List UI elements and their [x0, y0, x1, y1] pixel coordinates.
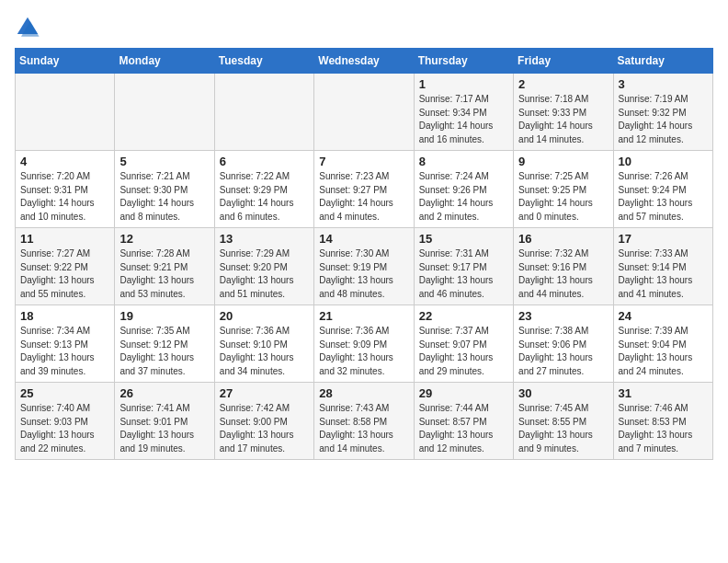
day-info: Sunrise: 7:25 AM Sunset: 9:25 PM Dayligh…: [518, 170, 608, 224]
day-number: 26: [119, 386, 209, 400]
day-info: Sunrise: 7:42 AM Sunset: 9:00 PM Dayligh…: [220, 402, 309, 455]
calendar-day-cell: 2Sunrise: 7:18 AM Sunset: 9:33 PM Daylig…: [514, 74, 613, 151]
day-number: 2: [518, 77, 608, 91]
day-number: 9: [518, 155, 608, 168]
logo-icon: [15, 15, 40, 40]
weekday-header-cell: Wednesday: [314, 49, 414, 74]
calendar-day-cell: 26Sunrise: 7:41 AM Sunset: 9:01 PM Dayli…: [115, 383, 214, 460]
day-info: Sunrise: 7:36 AM Sunset: 9:09 PM Dayligh…: [319, 325, 408, 378]
calendar-body: 1Sunrise: 7:17 AM Sunset: 9:34 PM Daylig…: [16, 74, 713, 460]
day-info: Sunrise: 7:32 AM Sunset: 9:16 PM Dayligh…: [518, 247, 608, 301]
day-info: Sunrise: 7:19 AM Sunset: 9:32 PM Dayligh…: [619, 93, 708, 146]
day-info: Sunrise: 7:17 AM Sunset: 9:34 PM Dayligh…: [419, 93, 508, 146]
day-info: Sunrise: 7:22 AM Sunset: 9:29 PM Dayligh…: [220, 170, 309, 224]
calendar-day-cell: 3Sunrise: 7:19 AM Sunset: 9:32 PM Daylig…: [613, 74, 712, 151]
day-number: 6: [220, 155, 309, 168]
day-info: Sunrise: 7:31 AM Sunset: 9:17 PM Dayligh…: [419, 247, 508, 301]
calendar-day-cell: 14Sunrise: 7:30 AM Sunset: 9:19 PM Dayli…: [314, 228, 414, 305]
calendar-day-cell: [115, 74, 214, 151]
day-number: 18: [20, 309, 109, 323]
calendar-day-cell: 29Sunrise: 7:44 AM Sunset: 8:57 PM Dayli…: [414, 383, 513, 460]
calendar-day-cell: 19Sunrise: 7:35 AM Sunset: 9:12 PM Dayli…: [115, 305, 214, 383]
day-number: 1: [419, 77, 508, 91]
calendar-day-cell: 7Sunrise: 7:23 AM Sunset: 9:27 PM Daylig…: [314, 151, 414, 228]
day-number: 15: [419, 232, 508, 246]
calendar-day-cell: 31Sunrise: 7:46 AM Sunset: 8:53 PM Dayli…: [613, 383, 712, 460]
calendar-day-cell: 23Sunrise: 7:38 AM Sunset: 9:06 PM Dayli…: [514, 305, 613, 383]
day-number: 14: [319, 232, 408, 246]
day-number: 16: [518, 232, 608, 246]
calendar-day-cell: 15Sunrise: 7:31 AM Sunset: 9:17 PM Dayli…: [414, 228, 513, 305]
calendar-table: SundayMondayTuesdayWednesdayThursdayFrid…: [15, 48, 713, 460]
day-number: 8: [419, 155, 508, 168]
calendar-day-cell: 9Sunrise: 7:25 AM Sunset: 9:25 PM Daylig…: [514, 151, 613, 228]
day-number: 19: [119, 309, 209, 323]
day-info: Sunrise: 7:36 AM Sunset: 9:10 PM Dayligh…: [220, 325, 309, 378]
day-info: Sunrise: 7:18 AM Sunset: 9:33 PM Dayligh…: [518, 93, 608, 146]
calendar-week-row: 4Sunrise: 7:20 AM Sunset: 9:31 PM Daylig…: [16, 151, 713, 228]
day-info: Sunrise: 7:40 AM Sunset: 9:03 PM Dayligh…: [20, 402, 109, 455]
calendar-day-cell: 11Sunrise: 7:27 AM Sunset: 9:22 PM Dayli…: [16, 228, 115, 305]
day-info: Sunrise: 7:46 AM Sunset: 8:53 PM Dayligh…: [619, 402, 708, 455]
weekday-header-cell: Sunday: [16, 49, 115, 74]
calendar-day-cell: 17Sunrise: 7:33 AM Sunset: 9:14 PM Dayli…: [613, 228, 712, 305]
day-number: 27: [220, 386, 309, 400]
day-info: Sunrise: 7:45 AM Sunset: 8:55 PM Dayligh…: [518, 402, 608, 455]
day-number: 24: [619, 309, 708, 323]
header: [15, 15, 713, 40]
day-info: Sunrise: 7:26 AM Sunset: 9:24 PM Dayligh…: [619, 170, 708, 224]
calendar-day-cell: [314, 74, 414, 151]
day-info: Sunrise: 7:41 AM Sunset: 9:01 PM Dayligh…: [119, 402, 209, 455]
day-info: Sunrise: 7:39 AM Sunset: 9:04 PM Dayligh…: [619, 325, 708, 378]
calendar-header: SundayMondayTuesdayWednesdayThursdayFrid…: [16, 49, 713, 74]
day-number: 12: [119, 232, 209, 246]
weekday-header-cell: Friday: [514, 49, 613, 74]
day-number: 10: [619, 155, 708, 168]
day-info: Sunrise: 7:35 AM Sunset: 9:12 PM Dayligh…: [119, 325, 209, 378]
calendar-day-cell: 12Sunrise: 7:28 AM Sunset: 9:21 PM Dayli…: [115, 228, 214, 305]
weekday-header-row: SundayMondayTuesdayWednesdayThursdayFrid…: [16, 49, 713, 74]
day-number: 23: [518, 309, 608, 323]
day-info: Sunrise: 7:29 AM Sunset: 9:20 PM Dayligh…: [220, 247, 309, 301]
calendar-week-row: 1Sunrise: 7:17 AM Sunset: 9:34 PM Daylig…: [16, 74, 713, 151]
calendar-day-cell: 18Sunrise: 7:34 AM Sunset: 9:13 PM Dayli…: [16, 305, 115, 383]
calendar-day-cell: 16Sunrise: 7:32 AM Sunset: 9:16 PM Dayli…: [514, 228, 613, 305]
day-info: Sunrise: 7:38 AM Sunset: 9:06 PM Dayligh…: [518, 325, 608, 378]
calendar-day-cell: 13Sunrise: 7:29 AM Sunset: 9:20 PM Dayli…: [214, 228, 313, 305]
day-info: Sunrise: 7:43 AM Sunset: 8:58 PM Dayligh…: [319, 402, 408, 455]
day-number: 11: [20, 232, 109, 246]
calendar-day-cell: 25Sunrise: 7:40 AM Sunset: 9:03 PM Dayli…: [16, 383, 115, 460]
calendar-day-cell: 5Sunrise: 7:21 AM Sunset: 9:30 PM Daylig…: [115, 151, 214, 228]
day-number: 31: [619, 386, 708, 400]
day-number: 7: [319, 155, 408, 168]
calendar-day-cell: 6Sunrise: 7:22 AM Sunset: 9:29 PM Daylig…: [214, 151, 313, 228]
calendar-day-cell: [16, 74, 115, 151]
calendar-week-row: 11Sunrise: 7:27 AM Sunset: 9:22 PM Dayli…: [16, 228, 713, 305]
calendar-week-row: 25Sunrise: 7:40 AM Sunset: 9:03 PM Dayli…: [16, 383, 713, 460]
day-number: 20: [220, 309, 309, 323]
day-info: Sunrise: 7:28 AM Sunset: 9:21 PM Dayligh…: [119, 247, 209, 301]
calendar-day-cell: 28Sunrise: 7:43 AM Sunset: 8:58 PM Dayli…: [314, 383, 414, 460]
day-number: 25: [20, 386, 109, 400]
day-number: 30: [518, 386, 608, 400]
calendar-day-cell: 10Sunrise: 7:26 AM Sunset: 9:24 PM Dayli…: [613, 151, 712, 228]
weekday-header-cell: Tuesday: [214, 49, 313, 74]
day-info: Sunrise: 7:20 AM Sunset: 9:31 PM Dayligh…: [20, 170, 109, 224]
calendar-day-cell: 4Sunrise: 7:20 AM Sunset: 9:31 PM Daylig…: [16, 151, 115, 228]
calendar-day-cell: 24Sunrise: 7:39 AM Sunset: 9:04 PM Dayli…: [613, 305, 712, 383]
logo: [15, 15, 44, 40]
day-info: Sunrise: 7:34 AM Sunset: 9:13 PM Dayligh…: [20, 325, 109, 378]
day-number: 22: [419, 309, 508, 323]
day-number: 13: [220, 232, 309, 246]
day-info: Sunrise: 7:30 AM Sunset: 9:19 PM Dayligh…: [319, 247, 408, 301]
weekday-header-cell: Thursday: [414, 49, 513, 74]
calendar-day-cell: 8Sunrise: 7:24 AM Sunset: 9:26 PM Daylig…: [414, 151, 513, 228]
day-info: Sunrise: 7:44 AM Sunset: 8:57 PM Dayligh…: [419, 402, 508, 455]
calendar-week-row: 18Sunrise: 7:34 AM Sunset: 9:13 PM Dayli…: [16, 305, 713, 383]
day-number: 3: [619, 77, 708, 91]
calendar-day-cell: 27Sunrise: 7:42 AM Sunset: 9:00 PM Dayli…: [214, 383, 313, 460]
day-info: Sunrise: 7:27 AM Sunset: 9:22 PM Dayligh…: [20, 247, 109, 301]
calendar-day-cell: 20Sunrise: 7:36 AM Sunset: 9:10 PM Dayli…: [214, 305, 313, 383]
calendar-day-cell: 21Sunrise: 7:36 AM Sunset: 9:09 PM Dayli…: [314, 305, 414, 383]
day-info: Sunrise: 7:37 AM Sunset: 9:07 PM Dayligh…: [419, 325, 508, 378]
